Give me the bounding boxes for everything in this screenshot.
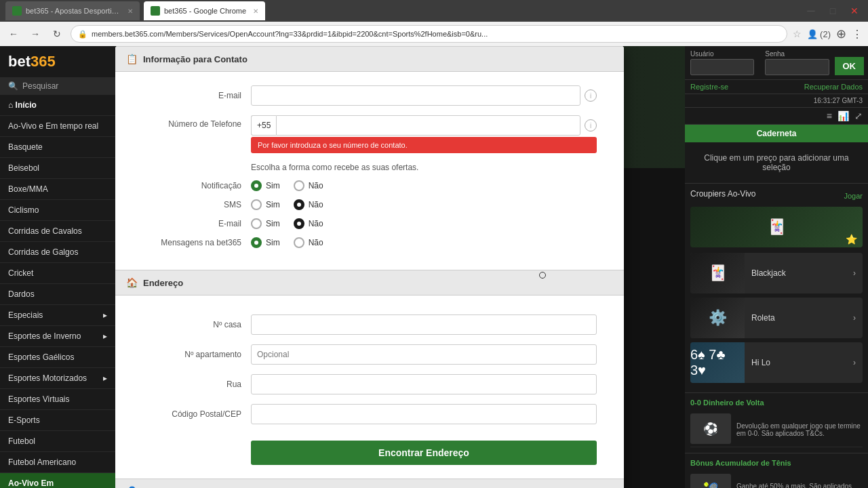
especiais-arrow: ▸ — [103, 310, 107, 320]
close-button[interactable]: ✕ — [846, 3, 863, 19]
croupiers-title: Croupiers Ao-Vivo — [690, 189, 756, 199]
phone-info-icon[interactable]: i — [585, 119, 597, 131]
bookmark-icon[interactable]: ☆ — [793, 28, 802, 39]
messages-sim-option[interactable]: Sim — [251, 237, 280, 248]
cashback-image: ⚽ — [690, 413, 731, 444]
sidebar-item-futebol-americano[interactable]: Futebol Americano — [0, 452, 115, 473]
sidebar-item-especiais[interactable]: Especiais ▸ — [0, 305, 115, 326]
sidebar-item-aovivo[interactable]: Ao-Vivo e Em tempo real — [0, 116, 115, 137]
sidebar-item-cavalos[interactable]: Corridas de Cavalos — [0, 221, 115, 242]
sidebar-item-cricket[interactable]: Cricket — [0, 263, 115, 284]
recuperar-dados-link[interactable]: Recuperar Dados — [804, 83, 863, 91]
sidebar-item-inverno[interactable]: Esportes de Inverno ▸ — [0, 326, 115, 347]
contact-icon: 📋 — [126, 54, 138, 64]
notification-nao-option[interactable]: Não — [294, 180, 323, 191]
chart-view-icon[interactable]: 📊 — [837, 110, 849, 121]
logo[interactable]: bet365 — [0, 46, 115, 77]
right-links: Registre-se Recuperar Dados — [685, 80, 868, 94]
hilo-card[interactable]: 6♠ 7♣ 3♥ Hi Lo › — [690, 342, 863, 383]
sidebar-item-inicio[interactable]: ⌂ Início — [0, 95, 115, 116]
messages-sim-radio[interactable] — [251, 237, 262, 248]
sms-sim-radio[interactable] — [251, 199, 262, 210]
sidebar-item-galgos[interactable]: Corridas de Galgos — [0, 242, 115, 263]
email-sim-option[interactable]: Sim — [251, 218, 280, 229]
logo-365: 365 — [31, 53, 56, 70]
sidebar-item-virtuais[interactable]: Esportes Virtuais — [0, 389, 115, 410]
motorizados-label: Esportes Motorizados — [8, 373, 87, 383]
postal-input[interactable] — [251, 404, 597, 424]
sms-radio-group: Sim Não — [251, 199, 323, 210]
tab1-label: bet365 - Apostas Desportivas O... — [26, 7, 121, 15]
sidebar-item-motorizados[interactable]: Esportes Motorizados ▸ — [0, 368, 115, 389]
search-bar[interactable]: 🔍 Pesquisar — [0, 77, 115, 95]
senha-label: Senha — [765, 50, 829, 58]
sms-label: SMS — [142, 200, 251, 209]
tab1-close[interactable]: ✕ — [127, 7, 133, 15]
address-body: Nº casa Nº apartamento Rua — [115, 301, 624, 479]
reload-button[interactable]: ↻ — [49, 26, 65, 42]
email-sim-radio[interactable] — [251, 218, 262, 229]
lock-icon: 🔒 — [78, 30, 87, 39]
street-label: Rua — [142, 380, 251, 389]
sidebar-item-dardos[interactable]: Dardos — [0, 284, 115, 305]
ok-button[interactable]: OK — [835, 57, 865, 75]
messages-radio-group: Sim Não — [251, 237, 323, 248]
cashback-item: ⚽ Devolução em qualquer jogo que termine… — [690, 411, 863, 447]
home-icon: ⌂ — [8, 100, 13, 110]
jogar-link[interactable]: Jogar — [844, 192, 863, 200]
forward-button[interactable]: → — [27, 26, 43, 42]
senha-field: Senha — [760, 46, 834, 79]
sidebar-item-basquete[interactable]: Basquete — [0, 137, 115, 158]
email-label: E-mail — [142, 91, 251, 100]
usuario-input[interactable] — [690, 59, 754, 75]
tab2-close[interactable]: ✕ — [253, 7, 258, 15]
senha-input[interactable] — [765, 59, 829, 75]
street-input[interactable] — [251, 374, 597, 394]
notification-row: Notificação Sim Não — [142, 180, 597, 191]
maximize-button[interactable]: □ — [825, 3, 841, 19]
sms-nao-radio[interactable] — [294, 199, 304, 210]
sidebar-item-boxe[interactable]: Boxe/MMA — [0, 179, 115, 200]
messages-nao-radio[interactable] — [294, 237, 304, 248]
roleta-card[interactable]: ⚙️ Roleta › — [690, 298, 863, 338]
sms-nao-option[interactable]: Não — [294, 199, 323, 210]
address-bar[interactable]: 🔒 members.bet365.com/Members/Services/Op… — [71, 25, 787, 43]
sms-sim-option[interactable]: Sim — [251, 199, 280, 210]
inicio-label: Início — [16, 100, 37, 110]
sidebar-item-futebol[interactable]: Futebol — [0, 431, 115, 452]
usuario-label: Usuário — [690, 50, 754, 58]
profile-icon[interactable]: ⊕ — [836, 26, 846, 41]
house-number-input[interactable] — [251, 314, 597, 335]
tab-2[interactable]: bet365 - Google Chrome ✕ — [144, 1, 265, 20]
sidebar-item-gaelicos[interactable]: Esportes Gaélicos — [0, 347, 115, 368]
sidebar-item-ciclismo[interactable]: Ciclismo — [0, 200, 115, 221]
sidebar-item-beisebol[interactable]: Beisebol — [0, 158, 115, 179]
menu-icon[interactable]: ⋮ — [852, 28, 863, 41]
email-info-icon[interactable]: i — [585, 89, 597, 102]
caderneta-tab[interactable]: Caderneta — [685, 125, 868, 142]
blackjack-arrow: › — [853, 268, 856, 278]
minimize-button[interactable]: ─ — [803, 3, 819, 19]
find-address-button[interactable]: Encontrar Endereço — [251, 441, 597, 465]
sidebar-item-esports[interactable]: E-Sports — [0, 410, 115, 431]
roleta-arrow: › — [853, 313, 856, 323]
phone-number-input[interactable] — [276, 115, 580, 136]
list-view-icon[interactable]: ≡ — [827, 110, 832, 121]
apartment-input[interactable] — [251, 344, 597, 365]
left-sidebar: bet365 🔍 Pesquisar ⌂ Início Ao-Vivo e Em… — [0, 46, 115, 488]
registre-se-link[interactable]: Registre-se — [690, 83, 728, 91]
notification-sim-option[interactable]: Sim — [251, 180, 280, 191]
extensions-icon[interactable]: 👤 (2) — [807, 29, 831, 39]
notification-nao-radio[interactable] — [294, 180, 304, 191]
notification-sim-radio[interactable] — [251, 180, 262, 191]
messages-nao-option[interactable]: Não — [294, 237, 323, 248]
blackjack-card[interactable]: 🃏 Blackjack › — [690, 253, 863, 293]
email-nao-radio[interactable] — [294, 218, 304, 229]
offers-intro-text: Escolha a forma como recebe as suas ofer… — [251, 163, 597, 172]
email-input[interactable] — [251, 85, 580, 106]
tab-1[interactable]: bet365 - Apostas Desportivas O... ✕ — [5, 1, 140, 20]
back-button[interactable]: ← — [5, 26, 22, 42]
expand-icon[interactable]: ⤢ — [854, 110, 863, 121]
email-nao-option[interactable]: Não — [294, 218, 323, 229]
sms-row: SMS Sim Não — [142, 199, 597, 210]
